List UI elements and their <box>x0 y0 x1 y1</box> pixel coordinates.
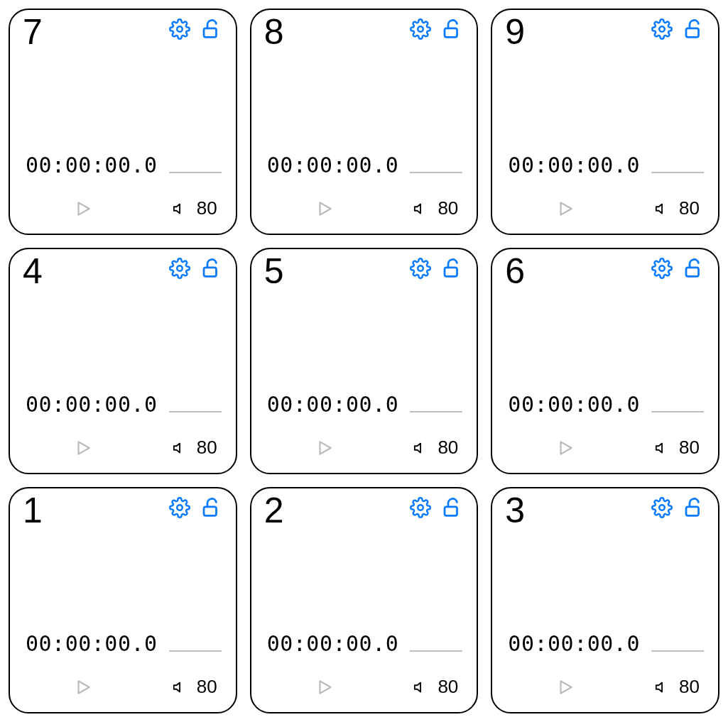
sound-pad-card[interactable]: 2 00:00:00.0 80 <box>250 487 479 713</box>
elapsed-time: 00:00:00.0 <box>26 631 158 656</box>
svg-marker-35 <box>656 682 662 691</box>
svg-marker-18 <box>320 442 330 454</box>
svg-rect-1 <box>204 28 217 38</box>
play-icon[interactable] <box>74 439 92 457</box>
unlock-icon[interactable] <box>200 258 222 279</box>
play-icon[interactable] <box>74 678 92 696</box>
unlock-icon[interactable] <box>441 258 462 279</box>
gear-icon[interactable] <box>651 258 673 279</box>
speaker-icon[interactable] <box>173 679 188 695</box>
svg-marker-19 <box>415 443 420 452</box>
gear-icon[interactable] <box>169 497 190 518</box>
svg-marker-10 <box>561 202 572 214</box>
svg-marker-11 <box>656 204 662 213</box>
svg-marker-14 <box>79 442 89 454</box>
volume-value[interactable]: 80 <box>679 437 700 459</box>
unlock-icon[interactable] <box>683 258 704 279</box>
sound-pad-card[interactable]: 1 00:00:00.0 80 <box>9 487 237 713</box>
svg-point-8 <box>659 26 665 32</box>
volume-value[interactable]: 80 <box>679 197 700 219</box>
svg-marker-34 <box>561 681 572 693</box>
volume-value[interactable]: 80 <box>679 676 700 698</box>
elapsed-time: 00:00:00.0 <box>508 153 640 177</box>
pad-number: 8 <box>264 14 284 50</box>
unlock-icon[interactable] <box>441 18 462 40</box>
sound-pad-card[interactable]: 5 00:00:00.0 80 <box>250 248 479 474</box>
play-icon[interactable] <box>315 678 334 696</box>
speaker-icon[interactable] <box>655 440 670 456</box>
pad-number: 6 <box>505 253 525 289</box>
play-icon[interactable] <box>556 678 575 696</box>
unlock-icon[interactable] <box>200 18 222 40</box>
svg-marker-15 <box>174 443 180 452</box>
track-name-input[interactable] <box>169 650 222 652</box>
pad-number: 5 <box>264 253 284 289</box>
svg-point-0 <box>177 26 183 32</box>
gear-icon[interactable] <box>169 18 190 40</box>
svg-marker-22 <box>561 442 572 454</box>
svg-marker-2 <box>79 202 89 214</box>
track-name-input[interactable] <box>410 650 462 652</box>
svg-rect-5 <box>445 28 457 38</box>
unlock-icon[interactable] <box>683 497 704 518</box>
svg-marker-30 <box>320 681 330 693</box>
elapsed-time: 00:00:00.0 <box>508 631 640 656</box>
pad-number: 2 <box>264 493 284 528</box>
track-name-input[interactable] <box>410 172 462 173</box>
svg-rect-25 <box>204 507 217 516</box>
speaker-icon[interactable] <box>413 679 429 695</box>
svg-rect-33 <box>686 507 699 516</box>
speaker-icon[interactable] <box>173 440 188 456</box>
gear-icon[interactable] <box>169 258 190 279</box>
speaker-icon[interactable] <box>173 201 188 217</box>
speaker-icon[interactable] <box>413 201 429 217</box>
track-name-input[interactable] <box>169 411 222 412</box>
play-icon[interactable] <box>315 439 334 457</box>
unlock-icon[interactable] <box>441 497 462 518</box>
volume-value[interactable]: 80 <box>438 676 458 698</box>
volume-value[interactable]: 80 <box>438 197 458 219</box>
speaker-icon[interactable] <box>655 679 670 695</box>
speaker-icon[interactable] <box>655 201 670 217</box>
volume-value[interactable]: 80 <box>438 437 458 459</box>
elapsed-time: 00:00:00.0 <box>508 392 640 417</box>
volume-value[interactable]: 80 <box>197 676 217 698</box>
svg-marker-27 <box>174 682 180 691</box>
sound-pad-card[interactable]: 8 00:00:00.0 80 <box>250 9 479 235</box>
play-icon[interactable] <box>315 199 334 218</box>
pad-number: 4 <box>23 253 43 289</box>
pad-number: 7 <box>23 14 43 50</box>
speaker-icon[interactable] <box>413 440 429 456</box>
gear-icon[interactable] <box>410 18 431 40</box>
svg-rect-9 <box>686 28 699 38</box>
track-name-input[interactable] <box>651 411 704 412</box>
track-name-input[interactable] <box>651 650 704 652</box>
track-name-input[interactable] <box>651 172 704 173</box>
gear-icon[interactable] <box>410 258 431 279</box>
elapsed-time: 00:00:00.0 <box>26 153 158 177</box>
sound-pad-card[interactable]: 6 00:00:00.0 80 <box>491 248 719 474</box>
play-icon[interactable] <box>556 199 575 218</box>
svg-marker-31 <box>415 682 420 691</box>
track-name-input[interactable] <box>169 172 222 173</box>
gear-icon[interactable] <box>651 18 673 40</box>
gear-icon[interactable] <box>651 497 673 518</box>
volume-value[interactable]: 80 <box>197 437 217 459</box>
elapsed-time: 00:00:00.0 <box>267 631 399 656</box>
sound-pad-card[interactable]: 7 00:00:00.0 80 <box>9 9 237 235</box>
play-icon[interactable] <box>556 439 575 457</box>
play-icon[interactable] <box>74 199 92 218</box>
sound-pad-card[interactable]: 4 00:00:00.0 80 <box>9 248 237 474</box>
pad-number: 1 <box>23 493 43 528</box>
svg-point-32 <box>659 505 665 510</box>
sound-pad-grid: 7 00:00:00.0 80 <box>0 0 728 722</box>
track-name-input[interactable] <box>410 411 462 412</box>
svg-rect-13 <box>204 268 217 277</box>
sound-pad-card[interactable]: 9 00:00:00.0 80 <box>491 9 719 235</box>
svg-marker-26 <box>79 681 89 693</box>
volume-value[interactable]: 80 <box>197 197 217 219</box>
unlock-icon[interactable] <box>683 18 704 40</box>
unlock-icon[interactable] <box>200 497 222 518</box>
gear-icon[interactable] <box>410 497 431 518</box>
sound-pad-card[interactable]: 3 00:00:00.0 80 <box>491 487 719 713</box>
